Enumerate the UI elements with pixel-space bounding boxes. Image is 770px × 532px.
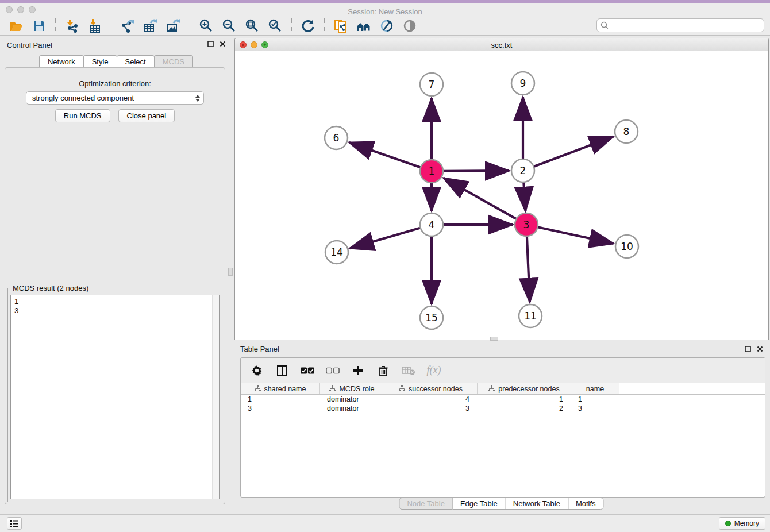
tab-node-table[interactable]: Node Table bbox=[399, 498, 453, 510]
tab-motifs[interactable]: Motifs bbox=[568, 498, 604, 510]
horizontal-splitter-handle[interactable] bbox=[490, 337, 498, 341]
export-network-icon[interactable] bbox=[120, 18, 136, 34]
close-panel-button[interactable]: Close panel bbox=[118, 109, 175, 122]
vertical-splitter-handle[interactable] bbox=[228, 268, 233, 276]
cell-MCDS-role[interactable]: dominator bbox=[320, 395, 384, 404]
edge-4-14[interactable] bbox=[350, 228, 421, 249]
column-header-predecessor-nodes[interactable]: predecessor nodes bbox=[478, 383, 571, 394]
float-table-panel-icon[interactable] bbox=[745, 345, 751, 354]
table-header-row: shared nameMCDS rolesuccessor nodesprede… bbox=[241, 383, 765, 395]
clone-network-icon[interactable] bbox=[333, 18, 349, 34]
tab-network[interactable]: Network bbox=[39, 55, 84, 68]
float-panel-icon[interactable] bbox=[207, 40, 214, 49]
first-neighbors-icon[interactable] bbox=[356, 18, 372, 34]
network-canvas[interactable]: 7968124314101511 bbox=[235, 51, 768, 340]
cell-shared-name[interactable]: 3 bbox=[241, 404, 320, 413]
app-title: Session: New Session bbox=[0, 7, 770, 16]
edge-1-6[interactable] bbox=[349, 142, 421, 167]
control-panel-title: Control Panel bbox=[7, 41, 52, 49]
export-image-icon[interactable] bbox=[165, 18, 182, 34]
network-window-titlebar[interactable]: x – + scc.txt bbox=[235, 38, 768, 51]
run-mcds-button[interactable]: Run MCDS bbox=[55, 109, 110, 122]
mcds-tab-body: Optimization criterion: strongly connect… bbox=[5, 67, 225, 504]
zoom-in-icon[interactable] bbox=[198, 18, 214, 34]
apply-layout-icon[interactable] bbox=[300, 18, 316, 34]
node-label-8: 8 bbox=[623, 126, 630, 137]
mcds-result-area[interactable]: 1 3 bbox=[10, 295, 220, 499]
edge-3-10[interactable] bbox=[538, 227, 614, 244]
column-tree-icon bbox=[399, 385, 405, 392]
column-layout-icon[interactable] bbox=[275, 364, 289, 377]
app-titlebar: Session: New Session bbox=[0, 3, 770, 16]
birds-eye-view-icon[interactable] bbox=[402, 18, 418, 34]
delete-column-icon[interactable] bbox=[376, 364, 390, 377]
cell-successor-nodes[interactable]: 4 bbox=[384, 395, 478, 404]
table-row-2[interactable]: 3dominator323 bbox=[241, 404, 765, 413]
settings-gear-icon[interactable] bbox=[250, 364, 264, 377]
column-label: name bbox=[586, 385, 604, 393]
select-all-checkboxes-icon[interactable] bbox=[301, 364, 314, 377]
save-session-icon[interactable] bbox=[31, 18, 47, 34]
node-label-1: 1 bbox=[429, 165, 435, 177]
column-header-shared-name[interactable]: shared name bbox=[241, 383, 320, 394]
control-panel-tabs: NetworkStyleSelectMCDS bbox=[0, 55, 232, 68]
cell-predecessor-nodes[interactable]: 2 bbox=[478, 404, 571, 413]
zoom-selected-icon[interactable] bbox=[267, 18, 283, 34]
cell-name[interactable]: 1 bbox=[571, 395, 619, 404]
tab-edge-table[interactable]: Edge Table bbox=[452, 498, 506, 510]
close-table-panel-icon[interactable] bbox=[757, 345, 763, 354]
edge-2-3[interactable] bbox=[523, 182, 525, 211]
edge-3-11[interactable] bbox=[527, 236, 530, 302]
node-label-9: 9 bbox=[520, 78, 526, 89]
status-bar: Memory bbox=[0, 514, 770, 532]
column-header-name[interactable]: name bbox=[571, 383, 619, 394]
tab-network-table[interactable]: Network Table bbox=[505, 498, 568, 510]
main-toolbar bbox=[0, 16, 770, 36]
table-row-1[interactable]: 1dominator411 bbox=[241, 395, 765, 404]
task-list-icon bbox=[10, 519, 19, 527]
search-icon bbox=[600, 21, 609, 31]
table-body: 1dominator4113dominator323 bbox=[241, 395, 765, 413]
cell-shared-name[interactable]: 1 bbox=[241, 395, 320, 404]
table-panel: Table Panel bbox=[232, 342, 770, 514]
column-tree-icon bbox=[329, 385, 336, 392]
node-label-2: 2 bbox=[520, 165, 526, 176]
search-box bbox=[596, 18, 764, 32]
close-panel-icon[interactable] bbox=[220, 40, 226, 49]
column-label: successor nodes bbox=[409, 385, 463, 393]
open-session-icon[interactable] bbox=[8, 18, 24, 34]
zoom-out-icon[interactable] bbox=[221, 18, 237, 34]
cell-name[interactable]: 3 bbox=[571, 404, 619, 413]
edge-1-2[interactable] bbox=[443, 171, 509, 171]
result-scrollbar[interactable] bbox=[212, 295, 219, 499]
dropdown-stepper-icon bbox=[195, 95, 200, 102]
control-panel: Control Panel NetworkStyleSelectMCDS Opt… bbox=[0, 36, 232, 514]
node-label-14: 14 bbox=[330, 246, 343, 258]
add-column-icon[interactable] bbox=[351, 364, 365, 377]
column-header-MCDS-role[interactable]: MCDS role bbox=[320, 383, 384, 394]
selected-criterion: strongly connected component bbox=[32, 94, 195, 102]
task-history-button[interactable] bbox=[7, 517, 22, 530]
edge-2-8[interactable] bbox=[534, 136, 614, 166]
optimization-criterion-select[interactable]: strongly connected component bbox=[26, 91, 204, 105]
zoom-fit-icon[interactable] bbox=[244, 18, 260, 34]
table-toolbar: f(x) bbox=[241, 358, 765, 383]
import-table-icon[interactable] bbox=[87, 18, 103, 34]
search-input[interactable] bbox=[596, 18, 764, 32]
export-table-icon[interactable] bbox=[143, 18, 159, 34]
tab-select[interactable]: Select bbox=[117, 55, 155, 68]
cell-predecessor-nodes[interactable]: 1 bbox=[478, 395, 571, 404]
import-network-icon[interactable] bbox=[64, 18, 80, 34]
optimization-criterion-label: Optimization criterion: bbox=[5, 79, 225, 88]
cell-successor-nodes[interactable]: 3 bbox=[384, 404, 478, 413]
edge-3-1[interactable] bbox=[444, 178, 517, 219]
column-tree-icon bbox=[488, 385, 495, 392]
tab-style[interactable]: Style bbox=[83, 55, 117, 68]
cell-MCDS-role[interactable]: dominator bbox=[320, 404, 384, 413]
memory-button[interactable]: Memory bbox=[719, 517, 765, 530]
tab-mcds[interactable]: MCDS bbox=[154, 55, 193, 68]
node-table-container: f(x) shared nameMCDS rolesuccessor nodes… bbox=[240, 357, 765, 498]
column-header-successor-nodes[interactable]: successor nodes bbox=[384, 383, 478, 394]
deselect-all-checkboxes-icon[interactable] bbox=[326, 364, 340, 377]
graphics-details-icon[interactable] bbox=[379, 18, 395, 34]
